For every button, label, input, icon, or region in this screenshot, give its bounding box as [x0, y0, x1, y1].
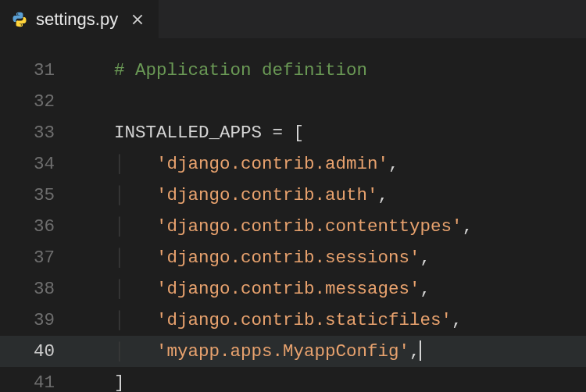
- code-editor[interactable]: 31 # Application definition3233 INSTALLE…: [0, 39, 586, 392]
- line-number: 35: [0, 180, 72, 211]
- line-number: 33: [0, 117, 72, 148]
- tab-bar: settings.py: [0, 0, 586, 39]
- line-number: 36: [0, 211, 72, 242]
- code-line[interactable]: 37 │ 'django.contrib.sessions',: [0, 242, 586, 273]
- text-cursor: [420, 340, 421, 361]
- code-line[interactable]: 39 │ 'django.contrib.staticfiles',: [0, 305, 586, 336]
- line-content[interactable]: # Application definition: [72, 55, 586, 86]
- code-line[interactable]: 33 INSTALLED_APPS = [: [0, 117, 586, 148]
- code-line[interactable]: 38 │ 'django.contrib.messages',: [0, 273, 586, 305]
- line-number: 40: [0, 336, 72, 367]
- line-content[interactable]: │ 'django.contrib.admin',: [72, 148, 586, 180]
- line-content[interactable]: │ 'django.contrib.auth',: [72, 180, 586, 211]
- tab-filename: settings.py: [36, 9, 118, 30]
- line-number: 34: [0, 148, 72, 180]
- line-content[interactable]: │ 'django.contrib.sessions',: [72, 242, 586, 273]
- line-content[interactable]: │ 'django.contrib.contenttypes',: [72, 211, 586, 242]
- line-content[interactable]: ]: [72, 367, 586, 392]
- code-line[interactable]: 36 │ 'django.contrib.contenttypes',: [0, 211, 586, 242]
- close-icon[interactable]: [130, 12, 145, 27]
- line-content[interactable]: │ 'django.contrib.messages',: [72, 273, 586, 305]
- line-number: 38: [0, 273, 72, 305]
- editor-tab[interactable]: settings.py: [0, 0, 159, 38]
- line-number: 31: [0, 55, 72, 86]
- code-line[interactable]: 31 # Application definition: [0, 55, 586, 86]
- code-line[interactable]: 40 │ 'myapp.apps.MyappConfig',: [0, 336, 586, 367]
- line-number: 32: [0, 86, 72, 117]
- code-line[interactable]: 41 ]: [0, 367, 586, 392]
- code-line[interactable]: 35 │ 'django.contrib.auth',: [0, 180, 586, 211]
- line-content[interactable]: │ 'django.contrib.staticfiles',: [72, 305, 586, 336]
- code-line[interactable]: 32: [0, 86, 586, 117]
- code-line[interactable]: 34 │ 'django.contrib.admin',: [0, 148, 586, 180]
- line-content[interactable]: INSTALLED_APPS = [: [72, 117, 586, 148]
- line-content[interactable]: │ 'myapp.apps.MyappConfig',: [72, 336, 586, 367]
- line-number: 39: [0, 305, 72, 336]
- line-number: 37: [0, 242, 72, 273]
- python-icon: [11, 11, 28, 28]
- line-number: 41: [0, 367, 72, 392]
